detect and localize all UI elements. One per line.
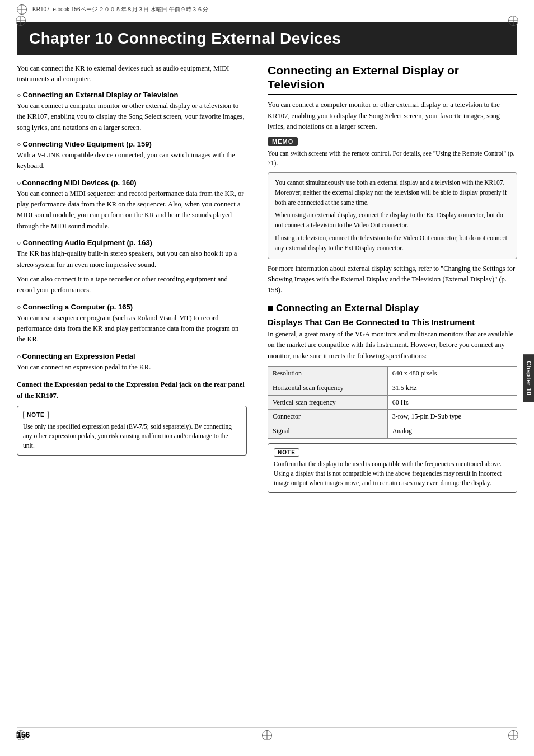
right-section-2-body: In general, a great many of the VGA moni… bbox=[268, 329, 517, 361]
left-section-1-body: You can connect a computer monitor or ot… bbox=[17, 101, 247, 133]
table-cell-value: 31.5 kHz bbox=[387, 381, 517, 395]
table-row: Horizontal scan frequency31.5 kHz bbox=[268, 381, 517, 395]
specs-table: Resolution640 x 480 pixelsHorizontal sca… bbox=[268, 366, 517, 439]
header-text: KR107_e.book 156ページ ２００５年８月３日 水曜日 午前９時３６… bbox=[32, 6, 208, 13]
right-h2-external-display: Connecting an External Display bbox=[268, 303, 517, 314]
table-row: Resolution640 x 480 pixels bbox=[268, 366, 517, 381]
left-section-3: Connecting MIDI Devices (p. 160) You can… bbox=[17, 179, 247, 232]
header-crosshair-icon bbox=[17, 4, 27, 15]
right-note-box: NOTE Confirm that the display to be used… bbox=[268, 443, 517, 493]
table-cell-label: Signal bbox=[268, 424, 388, 439]
left-section-2-body: With a V-LINK compatible device connecte… bbox=[17, 150, 247, 172]
chapter-tab: Chapter 10 bbox=[523, 354, 534, 402]
table-cell-value: 3-row, 15-pin D-Sub type bbox=[387, 410, 517, 424]
header-strip: KR107_e.book 156ページ ２００５年８月３日 水曜日 午前９時３６… bbox=[0, 0, 534, 17]
left-section-5: Connecting a Computer (p. 165) You can u… bbox=[17, 303, 247, 345]
left-section-6: Connecting an Expression Pedal You can c… bbox=[17, 352, 247, 373]
left-note-box: NOTE Use only the specified expression p… bbox=[17, 406, 247, 456]
memo-label: MEMO bbox=[268, 137, 298, 146]
intro-text: You can connect the KR to external devic… bbox=[17, 63, 247, 85]
right-subsection-title: Displays That Can Be Connected to This I… bbox=[268, 317, 517, 327]
two-col-layout: You can connect the KR to external devic… bbox=[0, 63, 534, 500]
left-section-6-title: Connecting an Expression Pedal bbox=[17, 352, 247, 360]
right-section-2: Connecting an External Display Displays … bbox=[268, 303, 517, 493]
left-section-2: Connecting Video Equipment (p. 159) With… bbox=[17, 140, 247, 172]
left-note-text: Use only the specified expression pedal … bbox=[23, 422, 241, 451]
left-section-1-title: Connecting an External Display or Televi… bbox=[17, 91, 247, 99]
bottom-line bbox=[17, 727, 517, 728]
table-row: Connector3-row, 15-pin D-Sub type bbox=[268, 410, 517, 424]
table-cell-label: Resolution bbox=[268, 366, 388, 381]
table-cell-label: Vertical scan frequency bbox=[268, 395, 388, 410]
left-section-5-title: Connecting a Computer (p. 165) bbox=[17, 303, 247, 311]
page-number: 156 bbox=[17, 730, 30, 739]
page: KR107_e.book 156ページ ２００５年８月３日 水曜日 午前９時３６… bbox=[0, 0, 534, 756]
right-h2-title: Connecting an External Display or Televi… bbox=[268, 63, 517, 95]
table-row: Vertical scan frequency60 Hz bbox=[268, 395, 517, 410]
bold-note: Connect the Expression pedal to the Expr… bbox=[17, 379, 247, 401]
corner-mark-bm bbox=[262, 730, 272, 740]
table-cell-label: Horizontal scan frequency bbox=[268, 381, 388, 395]
memo-text: You can switch screens with the remote c… bbox=[268, 149, 517, 168]
right-column: Connecting an External Display or Televi… bbox=[257, 63, 517, 500]
right-note-text: Confirm that the display to be used is c… bbox=[274, 459, 511, 489]
warning-p2: When using an external display, connect … bbox=[275, 210, 510, 231]
chapter-title: Chapter 10 Connecting External Devices bbox=[29, 30, 505, 48]
left-note-label: NOTE bbox=[23, 411, 49, 419]
right-note-label: NOTE bbox=[274, 448, 299, 457]
left-section-3-body: You can connect a MIDI sequencer and rec… bbox=[17, 189, 247, 232]
warning-p1: You cannot simultaneously use both an ex… bbox=[275, 178, 510, 208]
table-cell-value: 60 Hz bbox=[387, 395, 517, 410]
left-section-2-title: Connecting Video Equipment (p. 159) bbox=[17, 140, 247, 148]
corner-mark-br bbox=[508, 730, 518, 740]
chapter-banner: Chapter 10 Connecting External Devices bbox=[17, 22, 517, 55]
left-section-4-title: Connecting Audio Equipment (p. 163) bbox=[17, 238, 247, 247]
right-section-1-body: You can connect a computer monitor or ot… bbox=[268, 100, 517, 132]
left-section-4-body2: You can also connect it to a tape record… bbox=[17, 274, 247, 296]
left-section-1: Connecting an External Display or Televi… bbox=[17, 91, 247, 133]
left-section-6-body: You can connect an expression pedal to t… bbox=[17, 362, 247, 373]
table-cell-value: Analog bbox=[387, 424, 517, 439]
corner-mark-tl bbox=[16, 16, 26, 26]
right-section-1: Connecting an External Display or Televi… bbox=[268, 63, 517, 296]
left-section-4: Connecting Audio Equipment (p. 163) The … bbox=[17, 238, 247, 296]
left-section-4-body1: The KR has high-quality built-in stereo … bbox=[17, 248, 247, 270]
right-section-1-footer: For more information about external disp… bbox=[268, 264, 517, 296]
corner-mark-tr bbox=[508, 16, 518, 26]
left-section-3-title: Connecting MIDI Devices (p. 160) bbox=[17, 179, 247, 187]
table-row: SignalAnalog bbox=[268, 424, 517, 439]
warning-box: You cannot simultaneously use both an ex… bbox=[268, 172, 517, 259]
left-column: You can connect the KR to external devic… bbox=[17, 63, 257, 500]
table-cell-value: 640 x 480 pixels bbox=[387, 366, 517, 381]
table-cell-label: Connector bbox=[268, 410, 388, 424]
warning-p3: If using a television, connect the telev… bbox=[275, 233, 510, 253]
memo-box: MEMO You can switch screens with the rem… bbox=[268, 137, 517, 168]
left-section-5-body: You can use a sequencer program (such as… bbox=[17, 313, 247, 345]
